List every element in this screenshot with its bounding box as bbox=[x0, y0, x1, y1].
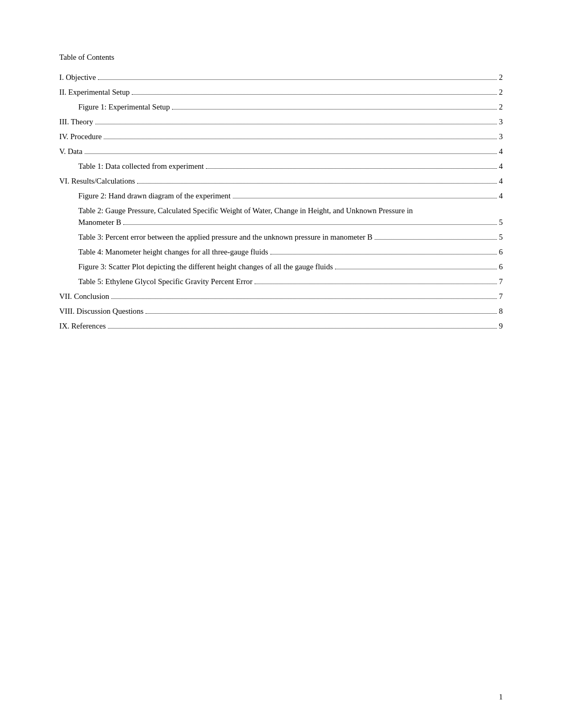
toc-page-fig3: 6 bbox=[499, 261, 503, 272]
toc-dots-discussion bbox=[146, 313, 496, 314]
toc-dots-fig2 bbox=[233, 198, 497, 198]
toc-dots-objective bbox=[98, 79, 496, 80]
toc-page-discussion: 8 bbox=[499, 305, 503, 317]
toc-entry-objective: I. Objective 2 bbox=[59, 71, 503, 83]
toc-label-conclusion: VII. Conclusion bbox=[59, 290, 109, 302]
toc-label-fig2: Figure 2: Hand drawn diagram of the expe… bbox=[78, 190, 231, 202]
toc-label-procedure: IV. Procedure bbox=[59, 131, 102, 142]
toc-row-table2-line2: Manometer B 5 bbox=[78, 216, 503, 228]
toc-entry-references: IX. References 9 bbox=[59, 320, 503, 332]
page-number: 1 bbox=[499, 693, 503, 702]
toc-dots-table1 bbox=[206, 168, 497, 169]
toc-page-table2: 5 bbox=[499, 216, 503, 228]
toc-dots-table2 bbox=[123, 224, 497, 225]
toc-page-conclusion: 7 bbox=[499, 290, 503, 302]
toc-label-table5: Table 5: Ethylene Glycol Specific Gravit… bbox=[78, 276, 252, 287]
toc-heading: Table of Contents bbox=[59, 53, 503, 62]
toc-label-fig1: Figure 1: Experimental Setup bbox=[78, 101, 170, 113]
toc-page-references: 9 bbox=[499, 320, 503, 332]
toc-page-table4: 6 bbox=[499, 246, 503, 258]
toc-page-procedure: 3 bbox=[499, 131, 503, 142]
toc-label-results: VI. Results/Calculations bbox=[59, 175, 135, 187]
toc-entry-table1: Table 1: Data collected from experiment … bbox=[59, 160, 503, 172]
toc-entry-table2: Table 2: Gauge Pressure, Calculated Spec… bbox=[59, 205, 503, 228]
toc-entry-fig2: Figure 2: Hand drawn diagram of the expe… bbox=[59, 190, 503, 202]
toc-label-table2-cont: Manometer B bbox=[78, 216, 121, 228]
toc-dots-procedure bbox=[104, 139, 496, 139]
toc-page-data: 4 bbox=[499, 145, 503, 157]
toc-entry-conclusion: VII. Conclusion 7 bbox=[59, 290, 503, 302]
toc-label-table2: Table 2: Gauge Pressure, Calculated Spec… bbox=[78, 205, 413, 216]
toc-dots-fig1 bbox=[172, 109, 497, 110]
toc-dots-fig3 bbox=[335, 269, 496, 269]
toc-row-table2-line1: Table 2: Gauge Pressure, Calculated Spec… bbox=[78, 205, 503, 216]
page: Table of Contents I. Objective 2 II. Exp… bbox=[0, 0, 562, 728]
toc-entry-procedure: IV. Procedure 3 bbox=[59, 131, 503, 142]
toc-entry-discussion: VIII. Discussion Questions 8 bbox=[59, 305, 503, 317]
toc-label-data: V. Data bbox=[59, 145, 83, 157]
toc-page-table1: 4 bbox=[499, 160, 503, 172]
toc-label-theory: III. Theory bbox=[59, 116, 93, 128]
toc-entry-setup: II. Experimental Setup 2 bbox=[59, 86, 503, 98]
toc-entry-results: VI. Results/Calculations 4 bbox=[59, 175, 503, 187]
toc-dots-table4 bbox=[270, 254, 497, 254]
toc-entry-data: V. Data 4 bbox=[59, 145, 503, 157]
toc-label-references: IX. References bbox=[59, 320, 106, 332]
toc-entry-table5: Table 5: Ethylene Glycol Specific Gravit… bbox=[59, 276, 503, 287]
toc-label-setup: II. Experimental Setup bbox=[59, 86, 130, 98]
toc-label-objective: I. Objective bbox=[59, 71, 96, 83]
toc-entry-fig1: Figure 1: Experimental Setup 2 bbox=[59, 101, 503, 113]
toc-dots-table3 bbox=[375, 239, 497, 240]
toc-label-discussion: VIII. Discussion Questions bbox=[59, 305, 143, 317]
toc-label-table3: Table 3: Percent error between the appli… bbox=[78, 231, 373, 243]
toc-dots-references bbox=[108, 328, 497, 329]
toc-entry-table4: Table 4: Manometer height changes for al… bbox=[59, 246, 503, 258]
toc-page-fig1: 2 bbox=[499, 101, 503, 113]
toc-label-table1: Table 1: Data collected from experiment bbox=[78, 160, 204, 172]
toc-label-table4: Table 4: Manometer height changes for al… bbox=[78, 246, 268, 258]
toc-list: I. Objective 2 II. Experimental Setup 2 … bbox=[59, 71, 503, 332]
toc-dots-results bbox=[137, 183, 496, 184]
toc-dots-setup bbox=[132, 94, 497, 95]
toc-entry-table3: Table 3: Percent error between the appli… bbox=[59, 231, 503, 243]
toc-page-fig2: 4 bbox=[499, 190, 503, 202]
toc-page-theory: 3 bbox=[499, 116, 503, 128]
toc-page-table3: 5 bbox=[499, 231, 503, 243]
toc-page-setup: 2 bbox=[499, 86, 503, 98]
toc-page-objective: 2 bbox=[499, 71, 503, 83]
toc-page-results: 4 bbox=[499, 175, 503, 187]
toc-dots-theory bbox=[95, 124, 497, 124]
toc-dots-data bbox=[85, 153, 497, 154]
toc-entry-theory: III. Theory 3 bbox=[59, 116, 503, 128]
toc-page-table5: 7 bbox=[499, 276, 503, 287]
toc-dots-table5 bbox=[255, 284, 497, 284]
toc-label-fig3: Figure 3: Scatter Plot depicting the dif… bbox=[78, 261, 333, 272]
toc-dots-conclusion bbox=[111, 298, 496, 299]
toc-entry-fig3: Figure 3: Scatter Plot depicting the dif… bbox=[59, 261, 503, 272]
